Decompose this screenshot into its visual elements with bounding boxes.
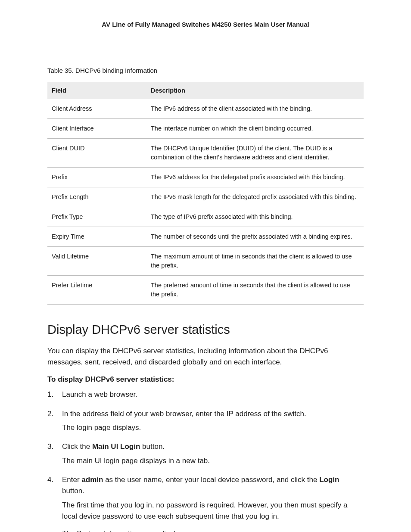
step-text: In the address field of your web browser… (62, 410, 306, 418)
step-text-post: button. (140, 442, 165, 451)
section-intro: You can display the DHCPv6 server statis… (47, 345, 364, 367)
table-row: Client DUID The DHCPv6 Unique Identifier… (47, 139, 364, 168)
step-2: In the address field of your web browser… (47, 408, 364, 434)
document-page: AV Line of Fully Managed Switches M4250 … (0, 0, 411, 532)
cell-desc: The IPv6 mask length for the delegated p… (146, 187, 364, 207)
table-row: Prefix Type The type of IPv6 prefix asso… (47, 207, 364, 227)
step-text-bold: Login (319, 476, 339, 484)
col-header-description: Description (146, 82, 364, 99)
cell-field: Client Address (47, 99, 146, 119)
cell-field: Prefix Type (47, 207, 146, 227)
step-subtext: The first time that you log in, no passw… (62, 500, 364, 523)
table-row: Client Interface The interface number on… (47, 119, 364, 139)
step-subtext: The main UI login page displays in a new… (62, 455, 364, 467)
cell-desc: The IPv6 address for the delegated prefi… (146, 168, 364, 187)
table-row: Client Address The IPv6 address of the c… (47, 99, 364, 119)
cell-field: Client Interface (47, 119, 146, 139)
step-text-post: button. (62, 487, 84, 495)
step-subtext: The login page displays. (62, 422, 364, 433)
table-row: Valid Lifetime The maximum amount of tim… (47, 247, 364, 276)
step-text-bold: Main UI Login (92, 442, 140, 451)
step-text-bold: admin (81, 476, 103, 484)
procedure-title: To display DHCPv6 server statistics: (47, 375, 364, 384)
cell-desc: The preferred amount of time in seconds … (146, 276, 364, 305)
section-heading: Display DHCPv6 server statistics (47, 323, 364, 337)
step-4: Enter admin as the user name, enter your… (47, 474, 364, 532)
table-row: Prefix Length The IPv6 mask length for t… (47, 187, 364, 207)
cell-desc: The DHCPv6 Unique Identifier (DUID) of t… (146, 139, 364, 168)
cell-desc: The interface number on which the client… (146, 119, 364, 139)
dhcpv6-binding-table: Field Description Client Address The IPv… (47, 82, 364, 305)
cell-desc: The maximum amount of time in seconds th… (146, 247, 364, 276)
table-header-row: Field Description (47, 82, 364, 99)
cell-field: Prefer Lifetime (47, 276, 146, 305)
cell-field: Expiry Time (47, 227, 146, 247)
table-row: Expiry Time The number of seconds until … (47, 227, 364, 247)
page-header-title: AV Line of Fully Managed Switches M4250 … (47, 21, 364, 28)
cell-desc: The number of seconds until the prefix a… (146, 227, 364, 247)
cell-field: Prefix Length (47, 187, 146, 207)
procedure-steps: Launch a web browser. In the address fie… (47, 389, 364, 532)
table-row: Prefer Lifetime The preferred amount of … (47, 276, 364, 305)
cell-field: Valid Lifetime (47, 247, 146, 276)
step-text: Launch a web browser. (62, 390, 137, 398)
cell-desc: The IPv6 address of the client associate… (146, 99, 364, 119)
step-subtext: The System Information page displays. (62, 528, 364, 532)
step-text-pre: Enter (62, 476, 81, 484)
table-caption: Table 35. DHCPv6 binding Information (47, 67, 364, 74)
step-text-pre: Click the (62, 442, 92, 451)
cell-field: Client DUID (47, 139, 146, 168)
step-text-mid: as the user name, enter your local devic… (103, 476, 319, 484)
table-row: Prefix The IPv6 address for the delegate… (47, 168, 364, 187)
col-header-field: Field (47, 82, 146, 99)
step-1: Launch a web browser. (47, 389, 364, 400)
cell-desc: The type of IPv6 prefix associated with … (146, 207, 364, 227)
step-3: Click the Main UI Login button. The main… (47, 441, 364, 467)
cell-field: Prefix (47, 168, 146, 187)
